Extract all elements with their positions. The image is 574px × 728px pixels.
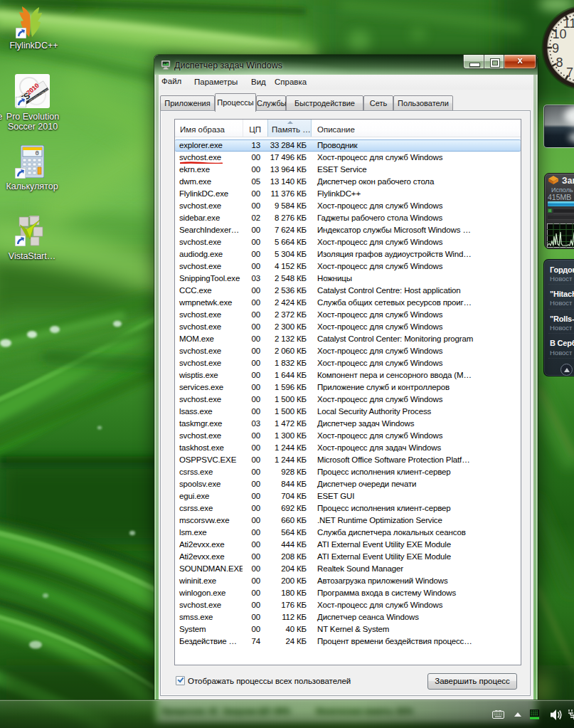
svg-text:0: 0 [36, 150, 39, 157]
svg-text:7: 7 [566, 65, 573, 80]
svg-text:8: 8 [556, 56, 563, 70]
svg-text:11: 11 [563, 16, 574, 31]
svg-text:9: 9 [552, 41, 559, 56]
